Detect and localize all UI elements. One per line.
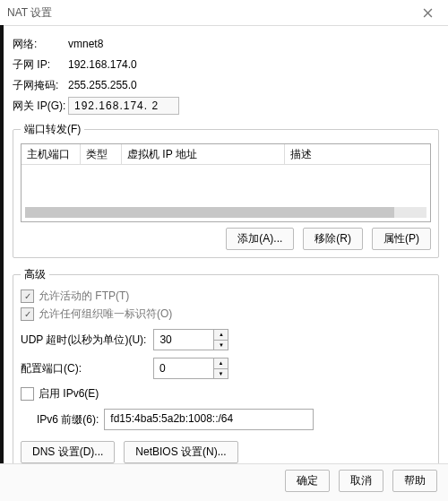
- dialog-title: NAT 设置: [7, 5, 52, 21]
- allow-ftp-label: 允许活动的 FTP(T): [39, 289, 129, 304]
- cancel-button[interactable]: 取消: [339, 470, 383, 492]
- dialog-footer: 确定 取消 帮助: [0, 463, 448, 501]
- advanced-legend: 高级: [21, 267, 49, 282]
- port-forward-table[interactable]: 主机端口 类型 虚拟机 IP 地址 描述: [21, 143, 431, 222]
- subnet-mask-value: 255.255.255.0: [68, 79, 137, 91]
- col-description[interactable]: 描述: [285, 144, 430, 164]
- spin-up-icon[interactable]: ▲: [214, 330, 228, 341]
- close-button[interactable]: [414, 2, 441, 23]
- spin-down-icon[interactable]: ▼: [214, 369, 228, 379]
- spin-down-icon[interactable]: ▼: [214, 341, 228, 350]
- advanced-group: 高级 允许活动的 FTP(T) 允许任何组织唯一标识符(O) UDP 超时(以秒…: [13, 267, 439, 475]
- ok-button[interactable]: 确定: [285, 470, 330, 492]
- close-icon: [423, 8, 433, 18]
- subnet-mask-label: 子网掩码:: [13, 78, 68, 93]
- col-host-port[interactable]: 主机端口: [22, 144, 81, 164]
- table-body[interactable]: [22, 165, 430, 207]
- ipv6-prefix-label: IPv6 前缀(6):: [37, 412, 99, 428]
- config-port-value[interactable]: 0: [154, 358, 213, 378]
- udp-timeout-value[interactable]: 30: [154, 330, 213, 350]
- enable-ipv6-checkbox[interactable]: [21, 387, 34, 401]
- subnet-ip-label: 子网 IP:: [13, 57, 68, 73]
- col-type[interactable]: 类型: [81, 144, 122, 164]
- gateway-label: 网关 IP(G):: [13, 99, 68, 114]
- add-button[interactable]: 添加(A)...: [226, 228, 294, 250]
- allow-oui-label: 允许任何组织唯一标识符(O): [39, 307, 172, 322]
- port-forwarding-legend: 端口转发(F): [21, 122, 84, 137]
- allow-ftp-checkbox[interactable]: [21, 289, 34, 303]
- properties-button[interactable]: 属性(P): [372, 228, 431, 250]
- udp-timeout-label: UDP 超时(以秒为单位)(U):: [21, 333, 146, 348]
- config-port-spinbox[interactable]: 0 ▲ ▼: [153, 358, 228, 379]
- spin-up-icon[interactable]: ▲: [214, 358, 228, 369]
- enable-ipv6-label: 启用 IPv6(E): [39, 386, 99, 402]
- udp-timeout-spinbox[interactable]: 30 ▲ ▼: [153, 329, 228, 350]
- netbios-settings-button[interactable]: NetBIOS 设置(N)...: [124, 441, 237, 463]
- network-value: vmnet8: [68, 38, 103, 50]
- ipv6-prefix-input[interactable]: fd15:4ba5:5a2b:1008::/64: [104, 409, 314, 430]
- allow-oui-checkbox[interactable]: [21, 307, 34, 321]
- titlebar: NAT 设置: [0, 0, 448, 26]
- help-button[interactable]: 帮助: [392, 470, 437, 492]
- col-vm-ip[interactable]: 虚拟机 IP 地址: [122, 144, 285, 164]
- gateway-input[interactable]: 192.168.174. 2: [68, 97, 179, 115]
- dns-settings-button[interactable]: DNS 设置(D)...: [21, 441, 115, 463]
- subnet-ip-value: 192.168.174.0: [68, 58, 137, 71]
- network-label: 网络:: [13, 37, 68, 52]
- config-port-label: 配置端口(C):: [21, 361, 146, 376]
- nat-settings-dialog: NAT 设置 网络: vmnet8 子网 IP: 192.168.174.0 子…: [0, 0, 448, 501]
- horizontal-scrollbar[interactable]: [25, 207, 426, 218]
- port-forwarding-group: 端口转发(F) 主机端口 类型 虚拟机 IP 地址 描述 添加(A)... 移除…: [13, 122, 439, 258]
- remove-button[interactable]: 移除(R): [303, 228, 363, 250]
